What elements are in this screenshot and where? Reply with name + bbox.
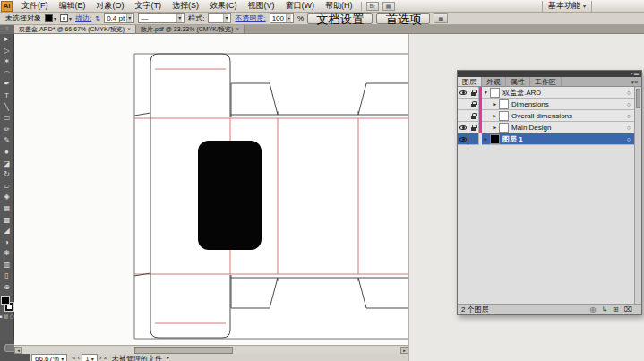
- lock-toggle[interactable]: [468, 133, 479, 145]
- panel-header[interactable]: ▪ ▬: [458, 71, 641, 77]
- layer-thumbnail[interactable]: [499, 123, 509, 133]
- artboard-number-combo[interactable]: 1 ▾: [82, 354, 97, 361]
- panel-scrollbar[interactable]: [634, 87, 641, 304]
- target-circle-icon[interactable]: ○: [627, 101, 631, 107]
- layer-row-dimensions[interactable]: ▶ Dimensions ○: [458, 99, 634, 110]
- fill-color-control[interactable]: ▾: [45, 14, 56, 22]
- layer-name[interactable]: 图层 1: [502, 134, 627, 144]
- expand-triangle-icon[interactable]: ▶: [482, 136, 490, 142]
- visibility-toggle[interactable]: [458, 110, 468, 122]
- zoom-level-combo[interactable]: 66.67% ▾: [31, 354, 67, 361]
- layer-thumbnail[interactable]: [499, 99, 509, 109]
- menu-item-effect[interactable]: 效果(C): [204, 0, 243, 12]
- layer-name[interactable]: 双盖盒.ARD: [502, 88, 627, 98]
- panel-button-delete-layer[interactable]: ⌧: [624, 305, 632, 314]
- fill-swatch[interactable]: [45, 14, 53, 22]
- panel-button-new-layer[interactable]: ⊞: [613, 305, 619, 314]
- target-circle-icon[interactable]: ○: [627, 113, 631, 119]
- panel-scrollbar-thumb[interactable]: [636, 89, 640, 108]
- fill-proxy[interactable]: [1, 296, 10, 305]
- lock-toggle[interactable]: [468, 99, 479, 110]
- scroll-left-icon[interactable]: ◂: [14, 347, 22, 354]
- visibility-toggle[interactable]: [458, 99, 468, 110]
- panel-tab-layers[interactable]: 图层: [458, 77, 482, 86]
- panel-tab-attributes[interactable]: 属性: [506, 77, 530, 86]
- scrollbar-thumb[interactable]: [134, 347, 233, 354]
- doc-tab-shuanggaihe[interactable]: 双盖盒.ARD* @ 66.67% (CMYK/预览) ×: [14, 25, 136, 33]
- opacity-combo[interactable]: 100 ▸: [270, 13, 294, 23]
- tool-graph[interactable]: ▥: [0, 260, 14, 271]
- tool-gradient[interactable]: ▩: [0, 215, 14, 227]
- lock-toggle[interactable]: [468, 110, 479, 122]
- tool-magic-wand[interactable]: ✶: [0, 56, 14, 68]
- menu-item-object[interactable]: 对象(O): [91, 0, 130, 12]
- stroke-weight-stepper[interactable]: ⇅: [95, 15, 100, 22]
- horizontal-scrollbar[interactable]: ◂ ▸: [14, 345, 408, 354]
- tool-mesh[interactable]: ▦: [0, 203, 14, 215]
- tool-rotate[interactable]: ↻: [0, 169, 14, 181]
- tool-pencil[interactable]: ✎: [0, 135, 14, 147]
- tool-symbol-sprayer[interactable]: ❋: [0, 248, 14, 260]
- layer-row-图层-1[interactable]: ▶ 图层 1 ○: [458, 133, 634, 145]
- menu-item-window[interactable]: 窗口(W): [280, 0, 321, 12]
- tool-eraser[interactable]: ◪: [0, 159, 14, 170]
- panel-tab-appearance[interactable]: 外观: [482, 77, 506, 86]
- menu-item-view[interactable]: 视图(V): [243, 0, 280, 12]
- tool-hand[interactable]: ⊕: [0, 282, 14, 294]
- layer-row-overall-dimensions[interactable]: ▶ Overall dimensions ○: [458, 110, 634, 122]
- tool-selection[interactable]: ►: [0, 34, 14, 46]
- stroke-panel-link[interactable]: 描边:: [75, 13, 91, 23]
- expand-triangle-icon[interactable]: ▼: [482, 90, 490, 95]
- menu-item-edit[interactable]: 编辑(E): [54, 0, 91, 12]
- menu-item-type[interactable]: 文字(T): [130, 0, 167, 12]
- menu-item-select[interactable]: 选择(S): [167, 0, 204, 12]
- tool-width[interactable]: ◈: [0, 192, 14, 203]
- toolbar-grip[interactable]: ≡: [0, 25, 14, 34]
- expand-triangle-icon[interactable]: ▶: [491, 113, 499, 118]
- tool-artboard[interactable]: ▯: [0, 271, 14, 282]
- visibility-toggle[interactable]: [458, 133, 468, 145]
- close-icon[interactable]: ×: [236, 26, 239, 32]
- color-mode-buttons[interactable]: ■▨▢: [0, 314, 14, 319]
- tool-type[interactable]: T: [0, 90, 14, 102]
- panel-tab-workspace[interactable]: 工作区: [530, 77, 562, 86]
- scroll-right-icon[interactable]: ▸: [400, 347, 408, 354]
- tool-scale[interactable]: ▱: [0, 181, 14, 193]
- close-icon[interactable]: ×: [127, 26, 131, 32]
- tool-paintbrush[interactable]: ✏: [0, 125, 14, 136]
- last-artboard-button[interactable]: »: [103, 354, 107, 361]
- next-artboard-button[interactable]: ›: [99, 354, 102, 361]
- tool-rectangle[interactable]: ▭: [0, 113, 14, 125]
- brush-definition-combo[interactable]: — ▾: [138, 13, 185, 23]
- panel-menu-icon[interactable]: ▾≡: [631, 77, 641, 86]
- gradient-button[interactable]: ▨: [4, 314, 8, 319]
- layer-thumbnail[interactable]: [499, 111, 509, 121]
- visibility-toggle[interactable]: [458, 122, 468, 133]
- color-button[interactable]: ■: [0, 314, 2, 319]
- lock-toggle[interactable]: [468, 87, 479, 99]
- arrange-documents-icon[interactable]: ▦: [382, 2, 395, 11]
- panel-button-new-sublayer[interactable]: ↳: [601, 305, 607, 314]
- workspace-switcher[interactable]: 基本功能 ▾: [542, 1, 592, 12]
- status-menu-icon[interactable]: ▸: [167, 354, 169, 360]
- tool-eyedropper[interactable]: ◢: [0, 226, 14, 237]
- tool-lasso[interactable]: ◠: [0, 68, 14, 80]
- first-artboard-button[interactable]: «: [72, 354, 75, 361]
- tool-direct-selection[interactable]: ▷: [0, 46, 14, 57]
- target-circle-icon[interactable]: ○: [627, 136, 631, 142]
- layer-thumbnail[interactable]: [490, 134, 500, 144]
- layer-thumbnail[interactable]: [490, 88, 500, 98]
- align-icon[interactable]: ▦: [434, 13, 448, 23]
- bridge-icon[interactable]: Br: [366, 2, 379, 11]
- target-circle-icon[interactable]: ○: [627, 90, 631, 96]
- canvas-area[interactable]: [14, 34, 408, 345]
- expand-triangle-icon[interactable]: ▶: [491, 125, 499, 130]
- opacity-panel-link[interactable]: 不透明度:: [235, 13, 265, 23]
- document-setup-button[interactable]: 文档设置: [307, 13, 373, 24]
- target-circle-icon[interactable]: ○: [627, 125, 631, 131]
- layer-name[interactable]: Overall dimensions: [511, 112, 627, 120]
- expand-triangle-icon[interactable]: ▶: [491, 101, 499, 107]
- tool-blend[interactable]: ◑: [0, 237, 14, 249]
- layer-row-main-design[interactable]: ▶ Main Design ○: [458, 122, 634, 133]
- menu-item-file[interactable]: 文件(F): [16, 0, 54, 12]
